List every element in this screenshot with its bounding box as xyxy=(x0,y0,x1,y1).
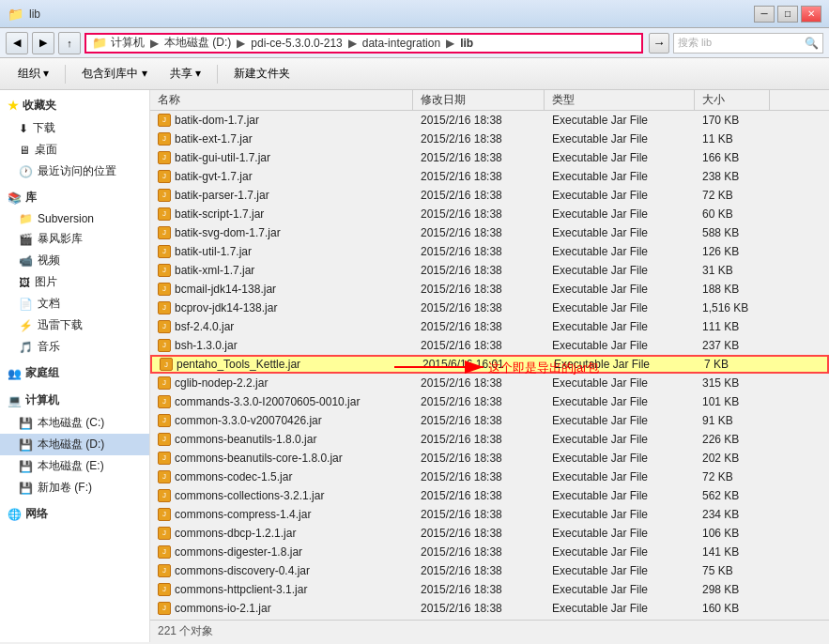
table-row[interactable]: J commons-io-2.1.jar 2015/2/16 18:38 Exe… xyxy=(150,599,829,618)
file-type: Executable Jar File xyxy=(545,283,695,296)
table-row[interactable]: J commons-compress-1.4.jar 2015/2/16 18:… xyxy=(150,505,829,524)
sidebar-item-pictures[interactable]: 🖼 图片 xyxy=(0,271,149,293)
file-type: Executable Jar File xyxy=(545,564,695,577)
file-date: 2015/2/16 18:38 xyxy=(413,583,545,596)
file-name: commons-beanutils-1.8.0.jar xyxy=(175,433,316,446)
table-row[interactable]: J commons-beanutils-core-1.8.0.jar 2015/… xyxy=(150,449,829,468)
table-row[interactable]: J commons-digester-1.8.jar 2015/2/16 18:… xyxy=(150,543,829,561)
table-row[interactable]: J commons-collections-3.2.1.jar 2015/2/1… xyxy=(150,486,829,505)
table-row[interactable]: J batik-gui-util-1.7.jar 2015/2/16 18:38… xyxy=(150,148,829,167)
sidebar-homegroup-label: 家庭组 xyxy=(25,365,59,381)
address-box[interactable]: 📁 计算机 ▶ 本地磁盘 (D:) ▶ pdi-ce-5.3.0.0-213 ▶… xyxy=(84,33,643,54)
table-row[interactable]: J bcprov-jdk14-138.jar 2015/2/16 18:38 E… xyxy=(150,299,829,317)
file-date: 2015/2/16 18:38 xyxy=(413,508,545,521)
table-row[interactable]: J bsh-1.3.0.jar 2015/2/16 18:38 Executab… xyxy=(150,336,829,355)
file-size: 1,516 KB xyxy=(695,301,770,314)
new-folder-button[interactable]: 新建文件夹 xyxy=(223,62,300,86)
table-row[interactable]: J commons-beanutils-1.8.0.jar 2015/2/16 … xyxy=(150,430,829,449)
include-library-button[interactable]: 包含到库中 ▾ xyxy=(71,62,157,86)
file-date: 2015/2/16 18:38 xyxy=(413,320,545,333)
drive-e-icon: 💾 xyxy=(19,460,33,473)
forward-button[interactable]: ▶ xyxy=(32,32,54,54)
sidebar-item-music[interactable]: 🎵 音乐 xyxy=(0,336,149,358)
jar-icon: J xyxy=(158,395,171,408)
table-row[interactable]: J commands-3.3.0-I20070605-0010.jar 2015… xyxy=(150,392,829,411)
toolbar: 组织 ▾ 包含到库中 ▾ 共享 ▾ 新建文件夹 xyxy=(0,58,829,90)
file-type: Executable Jar File xyxy=(545,320,695,333)
table-row[interactable]: J cglib-nodep-2.2.jar 2015/2/16 18:38 Ex… xyxy=(150,374,829,392)
sidebar-item-subversion[interactable]: 📁 Subversion xyxy=(0,209,149,228)
table-row[interactable]: J batik-ext-1.7.jar 2015/2/16 18:38 Exec… xyxy=(150,130,829,148)
table-row[interactable]: J commons-httpclient-3.1.jar 2015/2/16 1… xyxy=(150,580,829,599)
share-button[interactable]: 共享 ▾ xyxy=(160,62,211,86)
sidebar-favorites-header[interactable]: ★ 收藏夹 xyxy=(0,94,149,117)
table-row[interactable]: J commons-discovery-0.4.jar 2015/2/16 18… xyxy=(150,561,829,580)
music-icon: 🎵 xyxy=(19,341,33,354)
address-segment-5: lib xyxy=(460,37,473,50)
file-date: 2015/2/16 18:38 xyxy=(413,301,545,314)
file-size: 7 KB xyxy=(697,358,772,371)
file-date: 2015/2/16 18:38 xyxy=(413,245,545,258)
sidebar-item-video[interactable]: 📹 视频 xyxy=(0,250,149,271)
address-go-button[interactable]: → xyxy=(649,33,669,54)
col-header-date[interactable]: 修改日期 xyxy=(413,90,545,110)
file-date: 2015/2/16 18:38 xyxy=(413,283,545,296)
download-icon: ⬇ xyxy=(19,122,28,135)
file-name: commons-beanutils-core-1.8.0.jar xyxy=(175,452,343,465)
file-size: 141 KB xyxy=(695,545,770,559)
file-type: Executable Jar File xyxy=(545,452,695,465)
file-date: 2015/2/16 18:38 xyxy=(413,170,545,183)
file-date: 2015/2/16 18:38 xyxy=(413,414,545,427)
jar-icon: J xyxy=(158,433,171,446)
sidebar-item-drive-f[interactable]: 💾 新加卷 (F:) xyxy=(0,477,149,498)
search-box[interactable]: 搜索 lib 🔍 xyxy=(673,33,823,54)
maximize-button[interactable]: □ xyxy=(777,6,798,23)
table-row[interactable]: J common-3.3.0-v20070426.jar 2015/2/16 1… xyxy=(150,411,829,430)
sidebar-item-drive-c[interactable]: 💾 本地磁盘 (C:) xyxy=(0,412,149,434)
sidebar-network-header[interactable]: 🌐 网络 xyxy=(0,502,149,526)
file-size: 72 KB xyxy=(695,189,770,202)
file-name: commons-codec-1.5.jar xyxy=(175,470,292,483)
sidebar-item-documents[interactable]: 📄 文档 xyxy=(0,293,149,314)
table-row[interactable]: J batik-script-1.7.jar 2015/2/16 18:38 E… xyxy=(150,205,829,223)
col-header-name[interactable]: 名称 xyxy=(150,90,413,110)
col-header-type[interactable]: 类型 xyxy=(545,90,695,110)
sidebar-item-download[interactable]: ⬇ 下载 xyxy=(0,117,149,139)
file-name: commons-discovery-0.4.jar xyxy=(175,564,310,577)
file-name: commons-io-2.1.jar xyxy=(175,602,271,615)
table-row[interactable]: J batik-parser-1.7.jar 2015/2/16 18:38 E… xyxy=(150,186,829,205)
table-row[interactable]: J bcmail-jdk14-138.jar 2015/2/16 18:38 E… xyxy=(150,280,829,299)
jar-icon: J xyxy=(158,470,171,483)
sidebar-item-recent[interactable]: 🕐 最近访问的位置 xyxy=(0,161,149,182)
back-button[interactable]: ◀ xyxy=(6,32,28,54)
file-name: commons-collections-3.2.1.jar xyxy=(175,489,324,502)
sidebar-item-drive-e[interactable]: 💾 本地磁盘 (E:) xyxy=(0,455,149,477)
organize-button[interactable]: 组织 ▾ xyxy=(8,62,59,86)
close-button[interactable]: ✕ xyxy=(801,6,821,23)
file-type: Executable Jar File xyxy=(545,414,695,427)
table-row[interactable]: J batik-util-1.7.jar 2015/2/16 18:38 Exe… xyxy=(150,242,829,261)
table-row[interactable]: J commons-dbcp-1.2.1.jar 2015/2/16 18:38… xyxy=(150,524,829,543)
sidebar-computer-header[interactable]: 💻 计算机 xyxy=(0,389,149,412)
table-row[interactable]: J batik-dom-1.7.jar 2015/2/16 18:38 Exec… xyxy=(150,111,829,130)
col-header-size[interactable]: 大小 xyxy=(695,90,770,110)
sidebar-item-desktop[interactable]: 🖥 桌面 xyxy=(0,139,149,161)
table-row[interactable]: J batik-gvt-1.7.jar 2015/2/16 18:38 Exec… xyxy=(150,167,829,186)
sidebar-item-video-library[interactable]: 🎬 暴风影库 xyxy=(0,228,149,250)
up-button[interactable]: ↑ xyxy=(58,32,81,54)
table-row[interactable]: J commons-codec-1.5.jar 2015/2/16 18:38 … xyxy=(150,468,829,486)
table-row[interactable]: J batik-xml-1.7.jar 2015/2/16 18:38 Exec… xyxy=(150,261,829,280)
file-size: 111 KB xyxy=(695,320,770,333)
file-name: bsf-2.4.0.jar xyxy=(175,320,234,333)
sidebar-library-header[interactable]: 📚 库 xyxy=(0,186,149,209)
table-row[interactable]: J pentaho_Tools_Kettle.jar 2015/6/16 16:… xyxy=(150,355,829,374)
sidebar-item-thunder[interactable]: ⚡ 迅雷下载 xyxy=(0,314,149,336)
table-row[interactable]: J bsf-2.4.0.jar 2015/2/16 18:38 Executab… xyxy=(150,317,829,336)
file-type: Executable Jar File xyxy=(545,114,695,127)
minimize-button[interactable]: ─ xyxy=(754,6,775,23)
sidebar-homegroup-header[interactable]: 👥 家庭组 xyxy=(0,361,149,385)
jar-icon: J xyxy=(158,170,171,183)
sidebar-item-drive-d[interactable]: 💾 本地磁盘 (D:) xyxy=(0,434,149,455)
file-size: 226 KB xyxy=(695,433,770,446)
table-row[interactable]: J batik-svg-dom-1.7.jar 2015/2/16 18:38 … xyxy=(150,223,829,242)
